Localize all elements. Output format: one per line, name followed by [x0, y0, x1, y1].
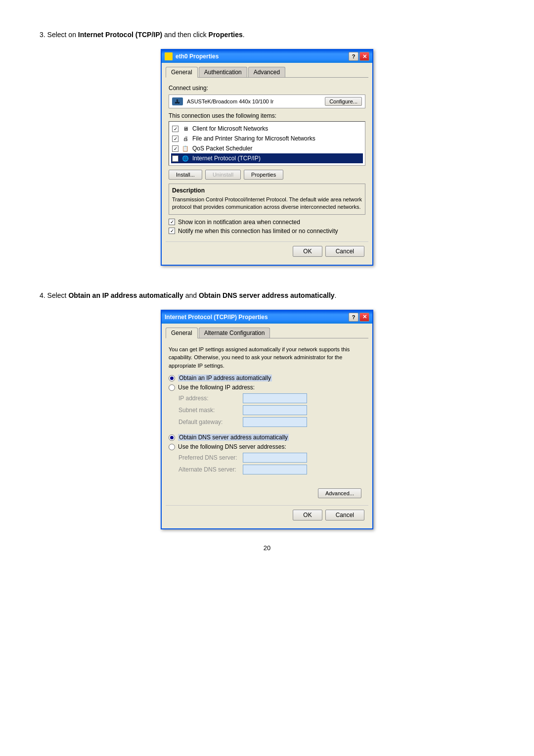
tab-advanced[interactable]: Advanced — [248, 67, 285, 77]
item-label-1: File and Printer Sharing for Microsoft N… — [192, 135, 315, 142]
eth0-properties-dialog: eth0 Properties ? ✕ General Authenticati… — [161, 49, 373, 266]
properties-button[interactable]: Properties — [244, 170, 283, 180]
tab-authentication[interactable]: Authentication — [199, 67, 247, 77]
dialog2-ok-button[interactable]: OK — [293, 510, 322, 520]
gateway-row: Default gateway: — [169, 417, 365, 427]
obtain-dns-radio[interactable] — [169, 434, 175, 441]
item-icon-2: 📋 — [181, 144, 189, 152]
preferred-dns-input[interactable] — [243, 453, 307, 463]
dialog1-footer: OK Cancel — [166, 241, 368, 261]
dialog2-titlebar: Internet Protocol (TCP/IP) Properties ? … — [162, 311, 372, 324]
gateway-input[interactable] — [243, 417, 307, 427]
subnet-mask-input[interactable] — [243, 405, 307, 415]
item-label-3: Internet Protocol (TCP/IP) — [192, 155, 261, 162]
description-box: Description Transmission Control Protoco… — [169, 184, 365, 215]
preferred-dns-row: Preferred DNS server: — [169, 453, 365, 463]
items-list: 🖥 Client for Microsoft Networks 🖨 File a… — [169, 121, 365, 166]
section-divider-2 — [169, 476, 365, 481]
section-divider-3 — [169, 481, 365, 486]
dialog2-title-left: Internet Protocol (TCP/IP) Properties — [165, 314, 268, 321]
obtain-ip-label: Obtain an IP address automatically — [178, 375, 272, 381]
tab2-general[interactable]: General — [166, 328, 198, 338]
notify-checkbox[interactable] — [169, 228, 175, 234]
item-label-2: QoS Packet Scheduler — [192, 145, 252, 152]
dialog2-title-buttons: ? ✕ — [349, 313, 369, 322]
checkbox-0[interactable] — [172, 126, 178, 132]
checkbox-row-0: Show icon in notification area when conn… — [169, 219, 365, 226]
use-ip-row: Use the following IP address: — [169, 384, 365, 391]
dialog2-close-button[interactable]: ✕ — [359, 313, 369, 322]
advanced-row: Advanced... — [169, 486, 365, 500]
subnet-mask-label: Subnet mask: — [178, 407, 243, 414]
dialog2-body: General Alternate Configuration You can … — [162, 324, 372, 529]
dialog1-title-text: eth0 Properties — [176, 53, 219, 60]
list-item-3[interactable]: 🌐 Internet Protocol (TCP/IP) — [171, 153, 363, 163]
item-label-0: Client for Microsoft Networks — [192, 125, 268, 132]
dialog1-title-icon — [165, 52, 173, 60]
tcpip-properties-dialog: Internet Protocol (TCP/IP) Properties ? … — [161, 310, 373, 530]
dialog1-cancel-button[interactable]: Cancel — [325, 246, 364, 257]
ip-address-row: IP address: — [169, 393, 365, 403]
preferred-dns-label: Preferred DNS server: — [178, 454, 243, 461]
use-ip-label: Use the following IP address: — [178, 384, 255, 391]
dialog1-tab-bar: General Authentication Advanced — [166, 67, 368, 78]
alternate-dns-row: Alternate DNS server: — [169, 465, 365, 474]
connect-using-label: Connect using: — [169, 85, 365, 92]
dialog2-help-button[interactable]: ? — [349, 313, 358, 322]
description-title: Description — [172, 187, 362, 194]
use-ip-radio[interactable] — [169, 384, 175, 391]
configure-button[interactable]: Configure... — [325, 97, 362, 106]
items-label: This connection uses the following items… — [169, 112, 365, 119]
gateway-label: Default gateway: — [178, 419, 243, 425]
dialog1-ok-button[interactable]: OK — [293, 246, 322, 257]
step3-text: 3. Select on Internet Protocol (TCP/IP) … — [40, 30, 494, 40]
page-number: 20 — [40, 544, 494, 552]
action-button-row: Install... Uninstall Properties — [169, 170, 365, 180]
dialog1-title-left: eth0 Properties — [165, 52, 219, 60]
advanced-button[interactable]: Advanced... — [318, 488, 361, 498]
tab2-alternate[interactable]: Alternate Configuration — [199, 328, 270, 338]
notify-label: Notify me when this connection has limit… — [178, 228, 338, 235]
dialog1-body: General Authentication Advanced Connect … — [162, 63, 372, 265]
checkbox-row-1: Notify me when this connection has limit… — [169, 228, 365, 235]
dialog2-tab-bar: General Alternate Configuration — [166, 328, 368, 338]
subnet-mask-row: Subnet mask: — [169, 405, 365, 415]
dialog2-info-text: You can get IP settings assigned automat… — [169, 345, 365, 370]
checkbox-2[interactable] — [172, 145, 178, 152]
item-icon-1: 🖨 — [181, 135, 189, 142]
dialog1-close-button[interactable]: ✕ — [359, 52, 369, 61]
tab-general[interactable]: General — [166, 67, 198, 78]
ip-address-label: IP address: — [178, 395, 243, 402]
alternate-dns-label: Alternate DNS server: — [178, 466, 243, 473]
dialog1-title-buttons: ? ✕ — [349, 52, 369, 61]
list-item-0[interactable]: 🖥 Client for Microsoft Networks — [171, 124, 363, 134]
obtain-dns-row: Obtain DNS server address automatically — [169, 434, 365, 441]
dialog2-title-text: Internet Protocol (TCP/IP) Properties — [165, 314, 268, 321]
uninstall-button[interactable]: Uninstall — [205, 170, 241, 180]
dialog1-content: Connect using: ASUSTeK/Broadcom 440x 10/… — [166, 82, 368, 239]
use-dns-label: Use the following DNS server addresses: — [178, 443, 286, 450]
list-item-1[interactable]: 🖨 File and Printer Sharing for Microsoft… — [171, 134, 363, 143]
adapter-icon — [172, 97, 183, 105]
show-icon-label: Show icon in notification area when conn… — [178, 219, 300, 226]
checkbox-3[interactable] — [172, 155, 178, 162]
obtain-ip-radio[interactable] — [169, 375, 175, 381]
alternate-dns-input[interactable] — [243, 465, 307, 474]
adapter-row: ASUSTeK/Broadcom 440x 10/100 Ir Configur… — [169, 94, 365, 108]
dialog2-footer: OK Cancel — [166, 505, 368, 524]
item-icon-0: 🖥 — [181, 125, 189, 133]
item-icon-3: 🌐 — [181, 154, 189, 162]
obtain-ip-row: Obtain an IP address automatically — [169, 375, 365, 381]
show-icon-checkbox[interactable] — [169, 219, 175, 225]
dialog1-titlebar: eth0 Properties ? ✕ — [162, 50, 372, 63]
dialog1-help-button[interactable]: ? — [349, 52, 358, 61]
install-button[interactable]: Install... — [169, 170, 202, 180]
dialog2-cancel-button[interactable]: Cancel — [325, 510, 364, 520]
obtain-dns-label: Obtain DNS server address automatically — [178, 434, 289, 441]
checkbox-1[interactable] — [172, 136, 178, 142]
list-item-2[interactable]: 📋 QoS Packet Scheduler — [171, 143, 363, 153]
dialog2-content: You can get IP settings assigned automat… — [166, 342, 368, 504]
use-dns-radio[interactable] — [169, 444, 175, 450]
section-divider — [169, 429, 365, 434]
ip-address-input[interactable] — [243, 393, 307, 403]
